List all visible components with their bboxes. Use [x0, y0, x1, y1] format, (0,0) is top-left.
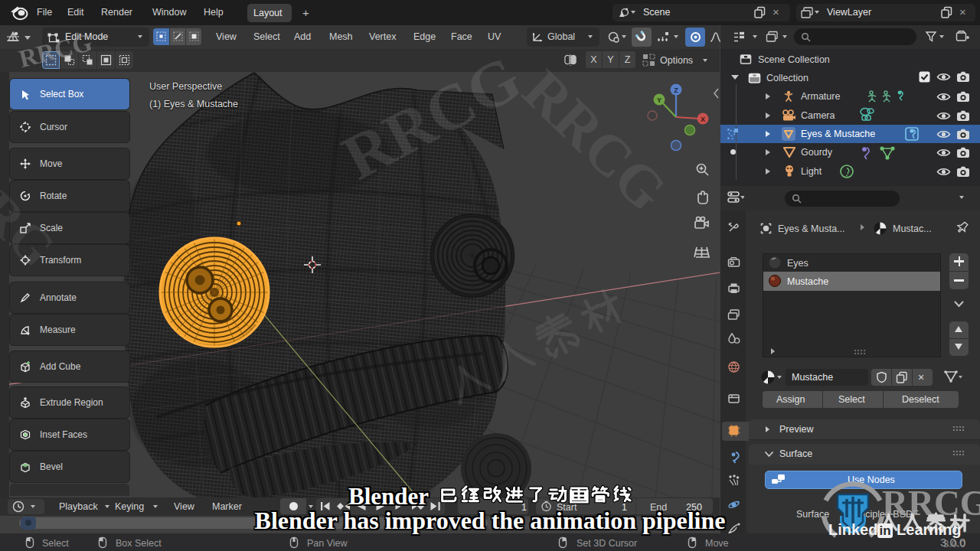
svg-text:Y: Y — [657, 96, 662, 104]
svg-text:X: X — [701, 116, 705, 123]
svg-text:Z: Z — [674, 86, 678, 94]
